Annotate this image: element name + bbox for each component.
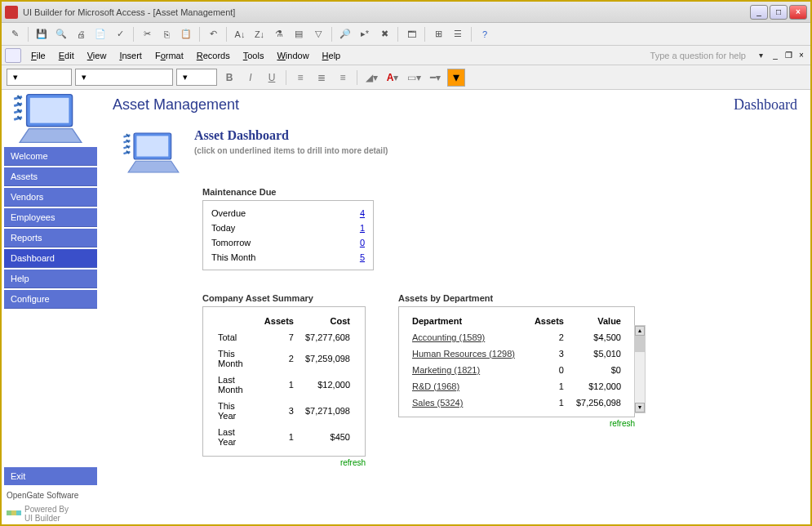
print-preview-icon[interactable]: 📄 [92,26,109,42]
special-effect-button[interactable]: ▾ [447,69,465,87]
align-right-button[interactable]: ≡ [334,69,352,87]
dept-title: Assets by Department [398,293,635,303]
sort-desc-icon[interactable]: Z↓ [251,26,268,42]
dept-link[interactable]: Marketing (1821) [412,365,480,375]
nav-list: Welcome Assets Vendors Employees Reports… [2,147,100,309]
align-left-button[interactable]: ≡ [291,69,309,87]
menu-view[interactable]: View [81,49,113,62]
maint-value-link[interactable]: 4 [348,208,365,218]
summary-header-cost: Cost [300,314,355,328]
svg-rect-1 [30,98,69,123]
menu-format[interactable]: Format [149,49,190,62]
maint-value-link[interactable]: 0 [348,238,365,247]
font-color-button[interactable]: A▾ [384,69,402,87]
nav-assets[interactable]: Assets [4,167,97,186]
design-view-icon[interactable]: ✎ [7,26,23,42]
maint-row-today: Today 1 [211,221,365,235]
properties-icon[interactable]: ☰ [450,26,466,42]
maint-value-link[interactable]: 5 [348,252,365,262]
nav-vendors[interactable]: Vendors [4,188,97,207]
dept-row: Human Resources (1298)3$5,010 [409,346,624,361]
sort-asc-icon[interactable]: A↓ [232,26,248,42]
fill-color-button[interactable]: ◢▾ [362,69,380,87]
nav-dashboard[interactable]: Dashboard [4,249,97,268]
menu-tools[interactable]: Tools [237,49,271,62]
summary-panel: Assets Cost Total7$7,277,608 This Month2… [202,306,366,457]
summary-refresh-link[interactable]: refresh [202,458,366,467]
help-icon[interactable]: ? [477,26,493,42]
maint-row-thismonth: This Month 5 [211,250,365,265]
nav-help[interactable]: Help [4,270,97,288]
dept-link[interactable]: Accounting (1589) [412,332,485,342]
maint-row-tomorrow: Tomorrow 0 [211,235,365,250]
italic-button[interactable]: I [242,69,260,87]
summary-row: This Month2$7,259,098 [213,346,355,371]
dept-panel: Department Assets Value Accounting (1589… [398,306,635,417]
dept-header-assets: Assets [528,314,567,328]
powered-icon [7,508,21,519]
nav-configure[interactable]: Configure [4,290,97,309]
undo-icon[interactable]: ↶ [205,26,221,42]
scroll-down-icon[interactable]: ▾ [635,403,645,412]
maximize-button[interactable]: □ [770,5,788,20]
line-color-button[interactable]: ▭▾ [405,69,423,87]
menu-window[interactable]: Window [270,49,315,62]
doc-restore-button[interactable]: ❐ [783,50,794,61]
dept-link[interactable]: Sales (5324) [412,398,463,408]
window-title: UI Builder for Microsoft Access - [Asset… [23,7,750,17]
line-width-button[interactable]: ━▾ [426,69,444,87]
dept-scrollbar[interactable]: ▴ ▾ [634,325,646,413]
object-selector[interactable]: ▾ [7,69,72,86]
doc-dropdown-icon[interactable]: ▾ [759,51,763,60]
menu-file[interactable]: File [24,49,52,62]
delete-record-icon[interactable]: ✖ [376,26,393,42]
database-window-icon[interactable]: 🗔 [403,26,419,42]
close-button[interactable]: × [789,5,807,20]
find-icon[interactable]: 🔎 [337,26,353,42]
maint-value-link[interactable]: 1 [348,223,365,233]
powered-line2: UI Builder [24,514,60,523]
align-center-button[interactable]: ≣ [313,69,331,87]
nav-employees[interactable]: Employees [4,208,97,227]
print-icon[interactable]: 🖨 [73,26,89,42]
app-logo [2,90,100,147]
dept-link[interactable]: Human Resources (1298) [412,349,515,359]
minimize-button[interactable]: _ [750,5,768,20]
underline-button[interactable]: U [263,69,281,87]
search-file-icon[interactable]: 🔍 [53,26,69,42]
doc-minimize-button[interactable]: _ [770,50,781,61]
menu-edit[interactable]: Edit [52,49,81,62]
dept-refresh-link[interactable]: refresh [398,419,635,428]
maint-label: Today [211,223,348,233]
spelling-icon[interactable]: ✓ [112,26,128,42]
scroll-up-icon[interactable]: ▴ [635,326,645,336]
new-record-icon[interactable]: ▸* [357,26,373,42]
scroll-thumb[interactable] [635,336,645,352]
menu-insert[interactable]: Insert [113,49,149,62]
nav-welcome[interactable]: Welcome [4,147,97,166]
help-search-input[interactable]: Type a question for help [644,49,752,62]
file-icon[interactable] [5,48,21,63]
maint-label: Overdue [211,208,348,218]
menu-help[interactable]: Help [316,49,348,62]
paste-icon[interactable]: 📋 [178,26,194,42]
font-selector[interactable]: ▾ [75,69,173,86]
dept-link[interactable]: R&D (1968) [412,381,459,391]
apply-filter-icon[interactable]: ▽ [310,26,326,42]
font-size-selector[interactable]: ▾ [176,69,217,86]
copy-icon[interactable]: ⎘ [158,26,175,42]
bold-button[interactable]: B [220,69,238,87]
dept-row: Marketing (1821)0$0 [409,363,624,377]
save-icon[interactable]: 💾 [33,26,50,42]
filter-form-icon[interactable]: ▤ [291,26,307,42]
exit-button[interactable]: Exit [4,467,97,485]
doc-close-button[interactable]: × [796,50,807,61]
filter-selection-icon[interactable]: ⚗ [271,26,287,42]
menu-records[interactable]: Records [190,49,237,62]
toolbar-primary: ✎ 💾 🔍 🖨 📄 ✓ ✂ ⎘ 📋 ↶ A↓ Z↓ ⚗ ▤ ▽ 🔎 ▸* ✖ 🗔… [2,23,810,46]
dashboard-title: Asset Dashboard [194,128,388,143]
powered-line1: Powered By [24,505,69,514]
nav-reports[interactable]: Reports [4,229,97,247]
new-object-icon[interactable]: ⊞ [430,26,446,42]
cut-icon[interactable]: ✂ [139,26,155,42]
